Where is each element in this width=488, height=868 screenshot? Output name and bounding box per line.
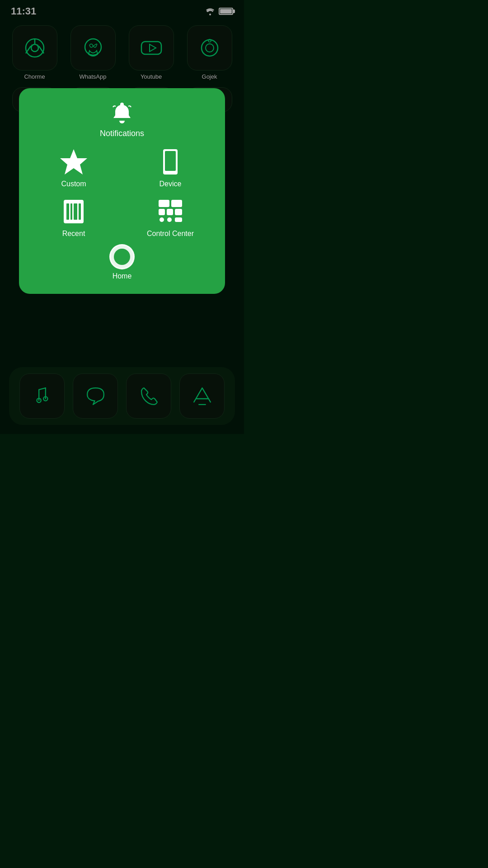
home-button-inner [114, 249, 130, 265]
bell-icon [109, 101, 135, 126]
svg-marker-11 [60, 149, 87, 175]
svg-rect-19 [79, 203, 81, 220]
menu-recent[interactable]: Recent [34, 197, 113, 238]
control-center-icon [156, 197, 185, 226]
custom-label: Custom [61, 180, 86, 188]
menu-items-grid: Custom Device Recent [30, 147, 214, 238]
recent-icon [59, 197, 88, 226]
svg-rect-13 [165, 151, 176, 171]
svg-rect-17 [70, 203, 72, 220]
control-center-label: Control Center [147, 230, 194, 238]
context-menu: Notifications Custom Device [19, 88, 225, 294]
star-icon [59, 147, 88, 176]
svg-rect-20 [159, 200, 169, 207]
recent-label: Recent [62, 230, 85, 238]
svg-rect-22 [159, 209, 165, 215]
svg-rect-21 [171, 200, 182, 207]
menu-home[interactable]: Home [109, 244, 135, 280]
notifications-label: Notifications [100, 129, 144, 138]
menu-custom[interactable]: Custom [34, 147, 113, 188]
menu-device[interactable]: Device [131, 147, 210, 188]
device-icon [156, 147, 185, 176]
svg-rect-18 [74, 203, 77, 220]
device-label: Device [160, 180, 182, 188]
svg-rect-27 [175, 217, 182, 222]
svg-rect-23 [167, 209, 173, 215]
svg-point-26 [167, 217, 172, 222]
home-label: Home [113, 272, 132, 280]
svg-rect-16 [66, 203, 69, 220]
menu-notifications-item[interactable]: Notifications [100, 101, 144, 138]
svg-point-25 [160, 217, 164, 222]
menu-control-center[interactable]: Control Center [131, 197, 210, 238]
svg-rect-24 [175, 209, 182, 215]
home-button[interactable] [109, 244, 135, 269]
